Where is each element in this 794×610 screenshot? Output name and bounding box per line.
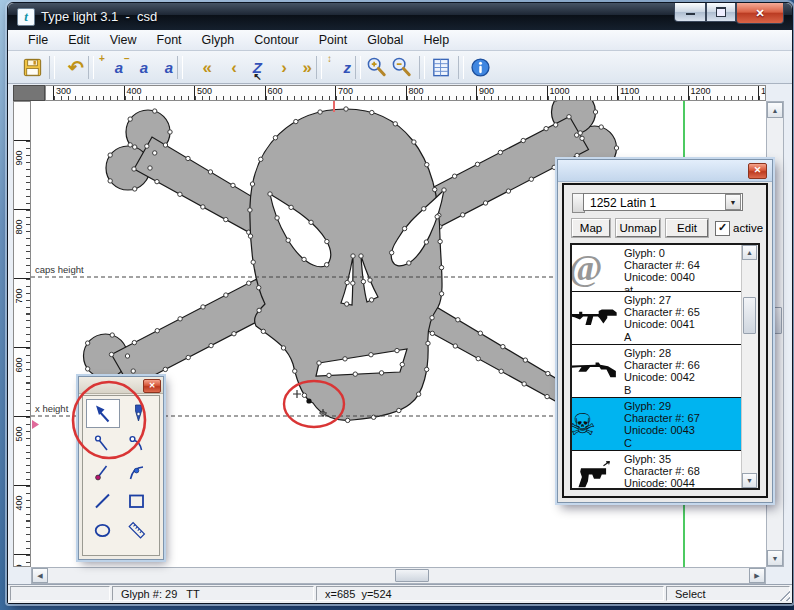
- status-coordinates: x=685 y=524: [316, 586, 664, 601]
- list-scroll-down-button[interactable]: ▼: [742, 473, 757, 488]
- status-mode: Select: [666, 586, 790, 601]
- zoom-in-button[interactable]: [365, 55, 390, 80]
- glyph-character-number: Character #: 67: [624, 412, 742, 424]
- first-glyph-button[interactable]: «: [187, 55, 212, 80]
- horizontal-scroll-thumb[interactable]: [395, 569, 429, 582]
- glyph-panel-close-button[interactable]: ✕: [748, 163, 767, 179]
- corner-point-tool[interactable]: [86, 457, 120, 486]
- glyph-character-number: Character #: 65: [624, 306, 742, 318]
- app-icon: t: [17, 8, 35, 26]
- codepage-select[interactable]: 1252 Latin 1: [583, 193, 743, 211]
- glyph-number: Glyph: 27: [624, 294, 742, 306]
- glyph-properties-button[interactable]: a: [148, 55, 173, 80]
- glyph-thumbnail: ☠: [572, 398, 619, 450]
- minimize-icon: [686, 10, 695, 15]
- ruler-tick: 1100: [617, 86, 688, 100]
- glyph-list-item[interactable]: Glyph: 27 Character #: 65 Unicode: 0041 …: [572, 292, 742, 345]
- separator: [177, 56, 183, 79]
- ruler-tick: 500: [14, 416, 30, 485]
- glyph-panel-titlebar[interactable]: ✕: [558, 160, 772, 182]
- palette-titlebar[interactable]: ✕: [79, 377, 163, 394]
- maximize-button[interactable]: [706, 3, 736, 22]
- pen-tool[interactable]: [120, 399, 154, 428]
- ruler-tick: 300: [14, 554, 30, 567]
- glyph-list-item[interactable]: @ Glyph: 0 Character #: 64 Unicode: 0040…: [572, 245, 742, 292]
- status-section-empty: [10, 586, 110, 601]
- unmap-button[interactable]: Unmap: [616, 219, 660, 237]
- ruler-corner: [13, 85, 45, 101]
- save-button[interactable]: [20, 55, 45, 80]
- glyph-letter: A: [624, 331, 742, 343]
- glyph-list-item[interactable]: Glyph: 35 Character #: 68 Unicode: 0044: [572, 451, 742, 490]
- minimize-button[interactable]: [674, 3, 706, 22]
- scroll-up-button[interactable]: ▲: [767, 102, 783, 118]
- measure-tool[interactable]: [120, 515, 154, 544]
- curve-point-tool[interactable]: [120, 428, 154, 457]
- guide-marker: [32, 420, 39, 429]
- glyph-character-number: Character #: 64: [624, 259, 742, 271]
- close-icon: ✕: [755, 7, 764, 20]
- metrics-button[interactable]: [429, 55, 454, 80]
- curve-tool[interactable]: [120, 457, 154, 486]
- remove-glyph-button[interactable]: a −: [123, 55, 148, 80]
- add-glyph-button[interactable]: a +: [98, 55, 123, 80]
- edit-button[interactable]: Edit: [666, 219, 708, 237]
- x-height-label: x height: [35, 403, 69, 414]
- menu-item[interactable]: View: [100, 31, 147, 49]
- ruler-tick: 700: [14, 278, 30, 347]
- menu-item[interactable]: Help: [413, 31, 459, 49]
- menu-item[interactable]: Contour: [244, 31, 308, 49]
- ruler-tick: 1000: [547, 86, 618, 100]
- list-scroll-up-button[interactable]: ▲: [742, 245, 757, 260]
- menu-item[interactable]: Global: [357, 31, 413, 49]
- glyph-number: Glyph: 29: [624, 400, 742, 412]
- glyph-list-item[interactable]: Glyph: 28 Character #: 66 Unicode: 0042 …: [572, 345, 742, 398]
- close-button[interactable]: ✕: [736, 3, 784, 24]
- undo-button[interactable]: ↶: [59, 55, 84, 80]
- scroll-down-button[interactable]: ▼: [767, 550, 783, 566]
- last-glyph-button[interactable]: »: [287, 55, 312, 80]
- zoom-out-button[interactable]: [390, 55, 415, 80]
- glyph-list-item[interactable]: ☠ Glyph: 29 Character #: 67 Unicode: 004…: [572, 398, 742, 451]
- ruler-tick: 1300: [758, 86, 766, 100]
- glyph-list-scrollbar[interactable]: ▲ ▼: [741, 245, 758, 488]
- horizontal-scrollbar[interactable]: ◀ ▶: [31, 567, 766, 584]
- tangent-point-tool[interactable]: [86, 428, 120, 457]
- list-scroll-thumb[interactable]: [743, 297, 756, 334]
- scroll-left-button[interactable]: ◀: [32, 568, 48, 583]
- line-tool[interactable]: [86, 486, 120, 515]
- glyph-number: Glyph: 0: [624, 247, 742, 259]
- ellipse-tool[interactable]: [86, 515, 120, 544]
- rectangle-tool[interactable]: [120, 486, 154, 515]
- menu-item[interactable]: Edit: [58, 31, 100, 49]
- goto-glyph-button[interactable]: Z ↖: [237, 55, 262, 80]
- glyph-map-window: ✕ 1252 Latin 1 ▼ Map Unmap Edit ✓ active…: [557, 159, 773, 503]
- menu-item[interactable]: File: [18, 31, 58, 49]
- menu-item[interactable]: Glyph: [192, 31, 245, 49]
- glyph-panel-body: 1252 Latin 1 ▼ Map Unmap Edit ✓ active @: [562, 183, 768, 498]
- separator: [316, 56, 322, 79]
- glyph-unicode: Unicode: 0040: [624, 271, 742, 283]
- horizontal-ruler: 300 400 500 600 700 800 900 1000 1100 12…: [45, 85, 766, 101]
- scroll-right-button[interactable]: ▶: [749, 568, 765, 583]
- glyph-number: Glyph: 35: [624, 453, 742, 465]
- about-button[interactable]: [468, 55, 493, 80]
- select-tool[interactable]: [86, 399, 120, 428]
- active-checkbox[interactable]: ✓: [715, 221, 730, 236]
- titlebar[interactable]: t Type light 3.1 - csd ✕: [8, 3, 792, 30]
- window-title: Type light 3.1 - csd: [41, 9, 157, 24]
- next-glyph-button[interactable]: ›: [262, 55, 287, 80]
- dropdown-arrow-icon[interactable]: ▼: [725, 194, 741, 210]
- ruler-tick: 600: [265, 86, 336, 100]
- ruler-tick: 600: [14, 347, 30, 416]
- menu-item[interactable]: Point: [309, 31, 358, 49]
- map-button[interactable]: Map: [572, 219, 610, 237]
- statusbar: Glyph #: 29 TT x=685 y=524 Select: [8, 584, 792, 603]
- menubar: File Edit View Font Glyph Contour Point …: [8, 30, 792, 51]
- selected-point: [306, 398, 311, 403]
- previous-glyph-button[interactable]: ‹: [212, 55, 237, 80]
- sort-glyphs-button[interactable]: z ↕: [326, 55, 351, 80]
- palette-close-button[interactable]: ✕: [143, 379, 161, 393]
- ruler-tick: 300: [53, 86, 124, 100]
- menu-item[interactable]: Font: [147, 31, 192, 49]
